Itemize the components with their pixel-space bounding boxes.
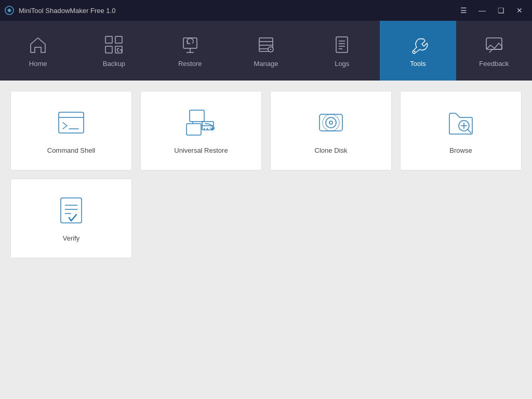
nav-item-logs[interactable]: Logs	[304, 21, 380, 81]
nav-label-restore: Restore	[178, 60, 202, 68]
feedback-icon	[483, 34, 505, 56]
tool-card-label-command-shell: Command Shell	[47, 147, 96, 154]
svg-point-33	[323, 114, 339, 131]
nav-label-home: Home	[29, 60, 47, 68]
tools-icon	[407, 34, 429, 56]
tool-card-label-browse: Browse	[449, 147, 472, 154]
nav-bar: Home Backup Restore	[0, 21, 532, 81]
tool-card-browse[interactable]: Browse	[400, 91, 522, 170]
svg-point-18	[414, 51, 415, 52]
nav-item-feedback[interactable]: Feedback	[456, 21, 532, 81]
svg-rect-3	[105, 46, 112, 53]
nav-label-manage: Manage	[254, 60, 278, 68]
close-button[interactable]: ✕	[511, 3, 528, 18]
home-icon	[27, 34, 49, 56]
nav-label-feedback: Feedback	[479, 60, 509, 68]
tool-card-universal-restore[interactable]: Universal Restore	[140, 91, 262, 170]
browse-icon	[445, 107, 476, 138]
title-bar: MiniTool ShadowMaker Free 1.0 ☰ — ❑ ✕	[0, 0, 532, 21]
menu-button[interactable]: ☰	[455, 3, 472, 18]
nav-item-home[interactable]: Home	[0, 21, 76, 81]
title-bar-left: MiniTool ShadowMaker Free 1.0	[4, 5, 115, 16]
svg-rect-2	[115, 36, 122, 43]
clone-disk-icon	[315, 107, 347, 138]
svg-line-35	[468, 129, 471, 133]
tool-grid: Command Shell Universal Restore	[10, 91, 522, 258]
nav-label-tools: Tools	[410, 60, 425, 68]
svg-point-32	[329, 121, 332, 124]
logs-icon	[331, 34, 353, 56]
svg-rect-23	[190, 110, 204, 122]
tool-card-label-universal-restore: Universal Restore	[174, 147, 228, 154]
nav-label-backup: Backup	[103, 60, 125, 68]
backup-icon	[103, 34, 125, 56]
restore-icon	[179, 34, 201, 56]
svg-point-31	[326, 117, 336, 128]
svg-rect-13	[336, 37, 348, 52]
main-content: Command Shell Universal Restore	[0, 81, 532, 399]
nav-item-restore[interactable]: Restore	[152, 21, 228, 81]
command-shell-icon	[56, 107, 87, 138]
tool-card-clone-disk[interactable]: Clone Disk	[270, 91, 392, 170]
svg-rect-5	[183, 38, 197, 48]
manage-icon	[255, 34, 277, 56]
maximize-button[interactable]: ❑	[493, 3, 509, 18]
tool-card-verify[interactable]: Verify	[10, 179, 132, 258]
svg-rect-38	[61, 198, 82, 223]
nav-label-logs: Logs	[335, 60, 349, 68]
universal-restore-icon	[185, 107, 217, 138]
tool-card-command-shell[interactable]: Command Shell	[10, 91, 132, 170]
nav-item-backup[interactable]: Backup	[76, 21, 152, 81]
svg-rect-24	[187, 124, 201, 135]
tool-card-label-clone-disk: Clone Disk	[315, 147, 348, 154]
verify-icon	[56, 195, 87, 226]
app-logo-icon	[4, 5, 15, 16]
window-controls: ☰ — ❑ ✕	[455, 3, 528, 18]
svg-rect-1	[105, 36, 112, 43]
nav-item-tools[interactable]: Tools	[380, 21, 456, 81]
tool-card-label-verify: Verify	[63, 234, 80, 242]
nav-item-manage[interactable]: Manage	[228, 21, 304, 81]
app-title: MiniTool ShadowMaker Free 1.0	[19, 7, 115, 15]
minimize-button[interactable]: —	[474, 3, 490, 18]
svg-rect-20	[59, 112, 84, 133]
